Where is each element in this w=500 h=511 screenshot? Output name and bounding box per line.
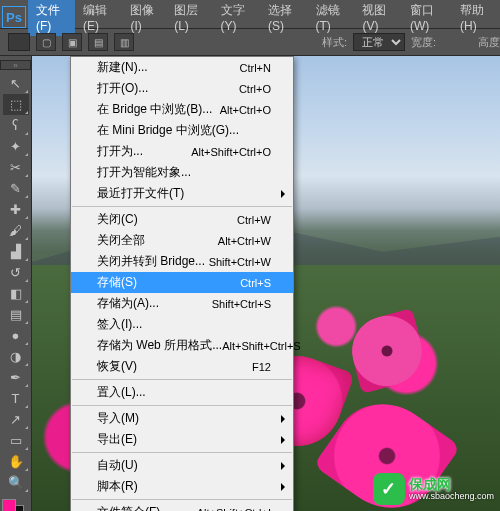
watermark-badge-icon: ✓ <box>373 473 405 505</box>
menu-item-accel: Alt+Shift+Ctrl+I <box>197 507 271 512</box>
menu-item-label: 存储(S) <box>97 274 240 291</box>
submenu-arrow-icon <box>281 462 285 470</box>
menu-item-C[interactable]: 关闭(C)Ctrl+W <box>71 209 293 230</box>
menu-item-accel: Alt+Ctrl+W <box>218 235 271 247</box>
app-logo: Ps <box>2 6 26 28</box>
menu-separator <box>72 379 292 380</box>
tool-panel: » ↖⬚ʕ✦✂✎✚🖌▟↺◧▤●◑✒T↗▭✋🔍 <box>0 56 32 511</box>
menu-item-Bridge[interactable]: 关闭并转到 Bridge...Shift+Ctrl+W <box>71 251 293 272</box>
heal-tool[interactable]: ✚ <box>3 199 29 220</box>
menu-item-label: 关闭全部 <box>97 232 218 249</box>
watermark-title: 保成网 <box>409 477 494 491</box>
menu-help[interactable]: 帮助(H) <box>452 0 500 36</box>
marquee-style-int-icon[interactable]: ▥ <box>114 33 134 51</box>
menu-item-F[interactable]: 文件简介(F)...Alt+Shift+Ctrl+I <box>71 502 293 511</box>
zoom-tool[interactable]: 🔍 <box>3 472 29 493</box>
brush-tool[interactable]: 🖌 <box>3 220 29 241</box>
lasso-tool[interactable]: ʕ <box>3 115 29 136</box>
menu-item-[interactable]: 打开为智能对象... <box>71 162 293 183</box>
menu-item-I[interactable]: 签入(I)... <box>71 314 293 335</box>
menu-separator <box>72 206 292 207</box>
menu-item-[interactable]: 打开为...Alt+Shift+Ctrl+O <box>71 141 293 162</box>
menu-item-accel: Ctrl+O <box>239 83 271 95</box>
submenu-arrow-icon <box>281 483 285 491</box>
menu-item-R[interactable]: 脚本(R) <box>71 476 293 497</box>
menu-item-accel: F12 <box>252 361 271 373</box>
menu-item-label: 文件简介(F)... <box>97 504 197 511</box>
gradient-tool[interactable]: ▤ <box>3 304 29 325</box>
menu-item-label: 自动(U) <box>97 457 271 474</box>
menu-separator <box>72 405 292 406</box>
submenu-arrow-icon <box>281 190 285 198</box>
menu-view[interactable]: 视图(V) <box>354 0 401 36</box>
menu-item-accel: Ctrl+S <box>240 277 271 289</box>
eyedropper-tool[interactable]: ✎ <box>3 178 29 199</box>
menu-file[interactable]: 文件(F) <box>28 0 75 36</box>
menu-item-label: 脚本(R) <box>97 478 271 495</box>
document-canvas[interactable]: 新建(N)...Ctrl+N打开(O)...Ctrl+O在 Bridge 中浏览… <box>32 56 500 511</box>
shape-tool[interactable]: ▭ <box>3 430 29 451</box>
history-brush-tool[interactable]: ↺ <box>3 262 29 283</box>
menu-item-T[interactable]: 最近打开文件(T) <box>71 183 293 204</box>
menu-filter[interactable]: 滤镜(T) <box>308 0 355 36</box>
menu-item-O[interactable]: 打开(O)...Ctrl+O <box>71 78 293 99</box>
menu-item-U[interactable]: 自动(U) <box>71 455 293 476</box>
menu-item-accel: Shift+Ctrl+W <box>209 256 271 268</box>
type-tool[interactable]: T <box>3 388 29 409</box>
menu-item-E[interactable]: 导出(E) <box>71 429 293 450</box>
stamp-tool[interactable]: ▟ <box>3 241 29 262</box>
marquee-tool[interactable]: ⬚ <box>3 94 29 115</box>
menu-type[interactable]: 文字(Y) <box>213 0 260 36</box>
wand-tool[interactable]: ✦ <box>3 136 29 157</box>
hand-tool[interactable]: ✋ <box>3 451 29 472</box>
panel-collapse-toggle[interactable]: » <box>0 60 31 70</box>
menu-item-label: 关闭(C) <box>97 211 237 228</box>
menu-item-label: 恢复(V) <box>97 358 252 375</box>
menu-item-label: 导出(E) <box>97 431 271 448</box>
menu-item-label: 新建(N)... <box>97 59 240 76</box>
menu-item-label: 最近打开文件(T) <box>97 185 271 202</box>
menu-edit[interactable]: 编辑(E) <box>75 0 122 36</box>
menu-image[interactable]: 图像(I) <box>122 0 166 36</box>
marquee-style-new-icon[interactable]: ▢ <box>36 33 56 51</box>
menu-item-label: 存储为(A)... <box>97 295 212 312</box>
menu-item-label: 签入(I)... <box>97 316 271 333</box>
marquee-style-sub-icon[interactable]: ▤ <box>88 33 108 51</box>
foreground-color[interactable] <box>2 499 16 511</box>
dodge-tool[interactable]: ◑ <box>3 346 29 367</box>
menu-item-S[interactable]: 存储(S)Ctrl+S <box>71 272 293 293</box>
menu-separator <box>72 499 292 500</box>
crop-tool[interactable]: ✂ <box>3 157 29 178</box>
menu-window[interactable]: 窗口(W) <box>402 0 452 36</box>
menu-item-accel: Alt+Ctrl+O <box>220 104 271 116</box>
menu-item-L[interactable]: 置入(L)... <box>71 382 293 403</box>
menu-item-M[interactable]: 导入(M) <box>71 408 293 429</box>
menu-item-label: 关闭并转到 Bridge... <box>97 253 209 270</box>
submenu-arrow-icon <box>281 415 285 423</box>
style-select[interactable]: 正常 <box>353 33 405 51</box>
menu-item-label: 存储为 Web 所用格式... <box>97 337 222 354</box>
menu-item-BridgeB[interactable]: 在 Bridge 中浏览(B)...Alt+Ctrl+O <box>71 99 293 120</box>
style-label: 样式: <box>322 35 347 50</box>
menu-item-label: 打开为... <box>97 143 191 160</box>
color-swatches[interactable] <box>0 497 31 511</box>
menu-item-label: 打开为智能对象... <box>97 164 271 181</box>
menu-item-Web[interactable]: 存储为 Web 所用格式...Alt+Shift+Ctrl+S <box>71 335 293 356</box>
pen-tool[interactable]: ✒ <box>3 367 29 388</box>
menu-item-N[interactable]: 新建(N)...Ctrl+N <box>71 57 293 78</box>
tool-preset[interactable] <box>8 33 30 51</box>
menu-item-MiniBridgeG[interactable]: 在 Mini Bridge 中浏览(G)... <box>71 120 293 141</box>
width-label: 宽度: <box>411 35 436 50</box>
menu-item-[interactable]: 关闭全部Alt+Ctrl+W <box>71 230 293 251</box>
menu-select[interactable]: 选择(S) <box>260 0 307 36</box>
menu-item-A[interactable]: 存储为(A)...Shift+Ctrl+S <box>71 293 293 314</box>
menu-item-label: 打开(O)... <box>97 80 239 97</box>
eraser-tool[interactable]: ◧ <box>3 283 29 304</box>
menu-layer[interactable]: 图层(L) <box>166 0 212 36</box>
blur-tool[interactable]: ● <box>3 325 29 346</box>
move-tool[interactable]: ↖ <box>3 73 29 94</box>
path-tool[interactable]: ↗ <box>3 409 29 430</box>
marquee-style-add-icon[interactable]: ▣ <box>62 33 82 51</box>
menu-item-accel: Shift+Ctrl+S <box>212 298 271 310</box>
menu-item-V[interactable]: 恢复(V)F12 <box>71 356 293 377</box>
